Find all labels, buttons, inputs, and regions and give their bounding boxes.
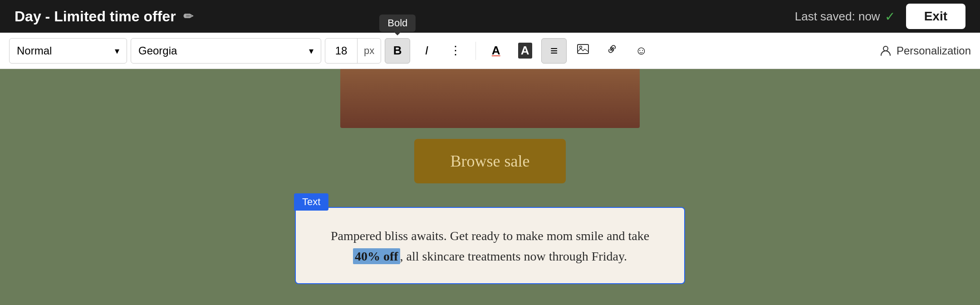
text-block-label[interactable]: Text — [294, 193, 328, 211]
text-color-icon: A — [492, 44, 500, 58]
exit-button[interactable]: Exit — [906, 4, 965, 29]
text-bg-color-icon: A — [518, 43, 532, 59]
top-image — [340, 69, 640, 128]
toolbar-divider-1 — [475, 42, 476, 60]
title-bar-right: Last saved: now ✓ Exit — [795, 4, 965, 29]
last-saved-label: Last saved: now ✓ — [795, 9, 895, 24]
toolbar: Normal ▾ Georgia ▾ px Bold B I ⋮ A A ≡ — [0, 33, 980, 69]
align-button[interactable]: ≡ — [541, 38, 567, 64]
text-block-wrapper: Text Pampered bliss awaits. Get ready to… — [295, 194, 685, 284]
more-options-button[interactable]: ⋮ — [443, 38, 468, 64]
align-icon: ≡ — [550, 44, 558, 58]
body-text-2: , all skincare treatments now through Fr… — [400, 249, 627, 263]
last-saved-text: Last saved: now — [795, 10, 880, 24]
canvas-area: Browse sale Text Pampered bliss awaits. … — [0, 69, 980, 305]
saved-check-icon: ✓ — [885, 9, 895, 24]
font-family-value: Georgia — [138, 44, 177, 57]
title-bar-left: Day - Limited time offer ✏ — [15, 8, 193, 25]
font-size-group: px — [325, 38, 381, 64]
italic-icon: I — [425, 44, 428, 58]
paragraph-style-value: Normal — [17, 44, 52, 57]
link-icon — [606, 43, 618, 59]
bold-button[interactable]: B — [385, 38, 410, 64]
body-text: Pampered bliss awaits. Get ready to make… — [323, 226, 657, 267]
highlight-text: 40% off — [353, 248, 400, 264]
font-family-select[interactable]: Georgia ▾ — [131, 38, 321, 64]
text-bg-color-button[interactable]: A — [512, 38, 538, 64]
text-block[interactable]: Pampered bliss awaits. Get ready to make… — [295, 207, 685, 284]
emoji-icon: ☺ — [635, 44, 647, 58]
italic-button[interactable]: I — [414, 38, 439, 64]
emoji-button[interactable]: ☺ — [628, 38, 654, 64]
chevron-down-icon: ▾ — [115, 45, 119, 56]
image-icon — [577, 43, 589, 59]
personalization-button[interactable]: Personalization — [879, 44, 971, 57]
font-size-unit: px — [357, 39, 381, 63]
chevron-down-icon: ▾ — [309, 45, 314, 56]
body-text-1: Pampered bliss awaits. Get ready to make… — [331, 229, 649, 243]
title-bar: Day - Limited time offer ✏ Last saved: n… — [0, 0, 980, 33]
personalization-label: Personalization — [897, 44, 971, 57]
edit-icon[interactable]: ✏ — [183, 10, 193, 24]
browse-sale-button[interactable]: Browse sale — [414, 139, 566, 183]
person-icon — [879, 44, 892, 57]
text-color-button[interactable]: A — [483, 38, 509, 64]
insert-image-button[interactable] — [570, 38, 596, 64]
bold-icon: B — [393, 44, 402, 58]
more-icon: ⋮ — [450, 44, 461, 58]
svg-rect-0 — [578, 44, 588, 54]
svg-point-1 — [580, 46, 582, 49]
bold-button-wrapper: Bold B — [385, 38, 410, 64]
paragraph-style-select[interactable]: Normal ▾ — [9, 38, 127, 64]
page-title: Day - Limited time offer — [15, 8, 176, 25]
font-size-input[interactable] — [325, 44, 357, 57]
insert-link-button[interactable] — [599, 38, 625, 64]
svg-point-2 — [883, 46, 888, 51]
